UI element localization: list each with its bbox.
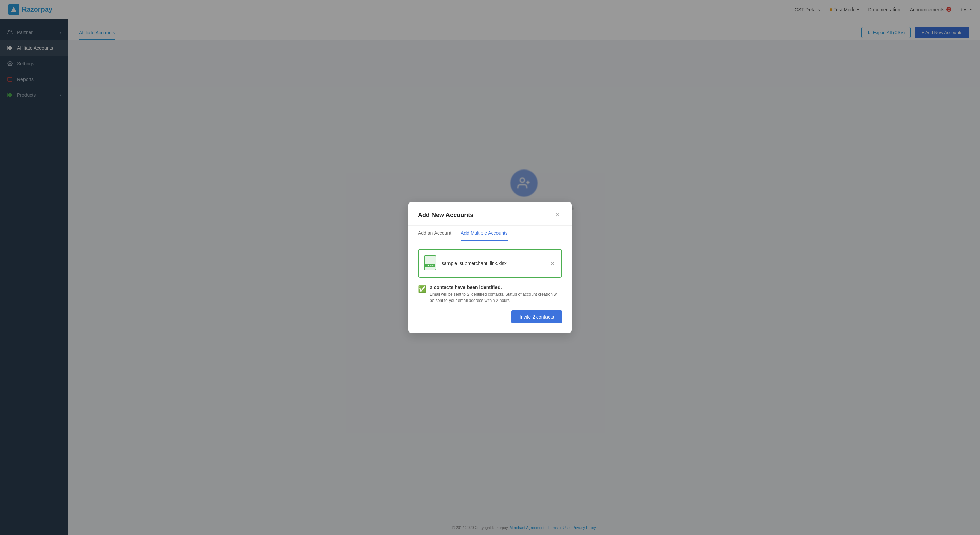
modal-title: Add New Accounts	[418, 212, 473, 219]
tab-add-account[interactable]: Add an Account	[418, 226, 451, 240]
success-content: 2 contacts have been identified. Email w…	[430, 285, 562, 304]
success-check-icon: ✅	[418, 285, 426, 293]
success-message: ✅ 2 contacts have been identified. Email…	[418, 285, 562, 304]
file-remove-button[interactable]: ✕	[549, 259, 556, 268]
file-name-label: sample_submerchant_link.xlsx	[442, 261, 545, 266]
file-xlsx-icon: XLSX	[424, 255, 438, 272]
add-accounts-modal: Add New Accounts ✕ Add an Account Add Mu…	[408, 202, 572, 333]
modal-overlay[interactable]: Add New Accounts ✕ Add an Account Add Mu…	[0, 0, 980, 535]
modal-header: Add New Accounts ✕	[408, 202, 572, 226]
invite-contacts-button[interactable]: Invite 2 contacts	[511, 310, 562, 323]
success-title: 2 contacts have been identified.	[430, 285, 562, 290]
modal-body: XLSX sample_submerchant_link.xlsx ✕ ✅ 2 …	[408, 241, 572, 333]
modal-footer: Invite 2 contacts	[418, 310, 562, 323]
success-description: Email will be sent to 2 identified conta…	[430, 291, 562, 304]
tab-add-multiple[interactable]: Add Multiple Accounts	[461, 226, 508, 240]
modal-close-button[interactable]: ✕	[553, 210, 562, 220]
modal-tabs: Add an Account Add Multiple Accounts	[408, 226, 572, 241]
file-upload-area: XLSX sample_submerchant_link.xlsx ✕	[418, 249, 562, 278]
